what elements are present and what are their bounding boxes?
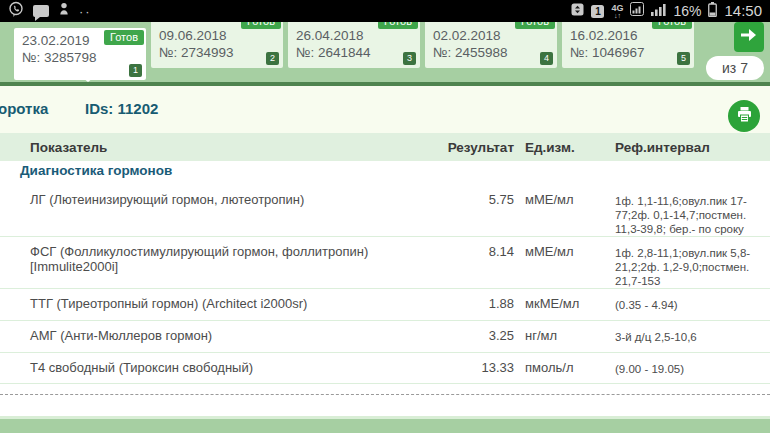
indicator-cell: ТТГ (Тиреотропный гормон) (Architect i20… — [0, 289, 442, 311]
units-cell: мкМЕ/мл — [520, 289, 615, 311]
status-badge: Готов — [652, 22, 692, 29]
card-order-number: №: 1046967 — [570, 45, 686, 60]
column-header-result: Результат — [442, 140, 520, 155]
card-order-number: №: 3285798 — [22, 50, 138, 65]
card-index-badge: 2 — [266, 52, 279, 65]
status-badge: Готов — [378, 22, 418, 29]
card-date: 02.02.2018 — [433, 28, 549, 43]
indicator-cell: АМГ (Анти-Мюллеров гормон) — [0, 321, 442, 343]
table-header: Показатель Результат Ед.изм. Реф.интерва… — [0, 133, 770, 161]
table-row: АМГ (Анти-Мюллеров гормон) 3.25 нг/мл 3-… — [0, 321, 770, 353]
result-cell: 13.33 — [442, 353, 520, 375]
battery-percent-label: 16% — [673, 0, 701, 22]
result-card-4[interactable]: 02.02.2018 №: 2455988 Готов 4 — [425, 22, 557, 68]
battery-icon — [708, 2, 717, 21]
status-bar: ·· 1 4G ↓↑ 16% 14:50 — [0, 0, 770, 22]
units-cell: пмоль/л — [520, 353, 615, 375]
viber-icon — [8, 1, 24, 22]
result-cell: 3.25 — [442, 321, 520, 343]
network-type-icon: 4G ↓↑ — [611, 4, 623, 19]
indicator-cell: ФСГ (Фолликулостимулирующий гормон, фолл… — [0, 237, 442, 274]
card-date: 09.06.2018 — [159, 28, 275, 43]
page-indicator: из 7 — [706, 56, 764, 80]
units-cell: нг/мл — [520, 321, 615, 343]
section-title: Диагностика гормонов — [20, 163, 172, 178]
result-card-2[interactable]: 09.06.2018 №: 2734993 Готов 2 — [151, 22, 283, 68]
sim-card-icon: 1 — [591, 5, 604, 18]
card-index-badge: 4 — [540, 52, 553, 65]
clock-label: 14:50 — [724, 0, 762, 22]
units-cell: мМЕ/мл — [520, 185, 615, 207]
card-date: 16.02.2016 — [570, 28, 686, 43]
column-header-ref-interval: Реф.интервал — [615, 140, 770, 155]
result-cell: 5.75 — [442, 185, 520, 207]
table-row: ТТГ (Тиреотропный гормон) (Architect i20… — [0, 289, 770, 321]
app-screen: ·· 1 4G ↓↑ 16% 14:50 23 — [0, 0, 770, 433]
chat-icon — [33, 5, 49, 17]
result-cell: 1.88 — [442, 289, 520, 311]
card-order-number: №: 2734993 — [159, 45, 275, 60]
arrow-right-icon — [740, 28, 758, 46]
sample-type-label: оротка — [0, 100, 48, 117]
result-card-3[interactable]: 26.04.2018 №: 2641844 Готов 3 — [288, 22, 420, 68]
next-page-button[interactable] — [734, 22, 764, 52]
selected-card-pointer — [73, 70, 103, 82]
more-notifications-dots: ·· — [79, 4, 92, 19]
ref-interval-cell: 1ф. 2,8-11,1;овул.пик 5,8-21,2;2ф. 1,2-9… — [615, 237, 770, 288]
ref-interval-cell: 1ф. 1,1-11,6;овул.пик 17-77;2ф. 0,1-14,7… — [615, 185, 770, 236]
bottom-green-strip — [0, 419, 770, 433]
status-badge: Готов — [515, 22, 555, 29]
sample-header-row: оротка IDs: 11202 — [0, 86, 770, 133]
indicator-cell: Т4 свободный (Тироксин свободный) — [0, 353, 442, 375]
column-header-indicator: Показатель — [0, 140, 442, 155]
ref-interval-cell: 3-й д/ц 2,5-10,6 — [615, 321, 770, 344]
card-index-badge: 1 — [129, 64, 142, 77]
ref-interval-cell: (9.00 - 19.05) — [615, 353, 770, 376]
status-badge: Готов — [241, 22, 281, 29]
card-index-badge: 5 — [677, 52, 690, 65]
result-cell: 8.14 — [442, 237, 520, 259]
ref-interval-cell: (0.35 - 4.94) — [615, 289, 770, 312]
dashed-separator — [0, 394, 770, 395]
card-order-number: №: 2455988 — [433, 45, 549, 60]
results-table: ЛГ (Лютеинизирующий гормон, лютеотропин)… — [0, 185, 770, 384]
printer-icon — [736, 106, 753, 127]
table-row: Т4 свободный (Тироксин свободный) 13.33 … — [0, 353, 770, 384]
signal-boxed-icon — [630, 2, 644, 20]
table-row: ФСГ (Фолликулостимулирующий гормон, фолл… — [0, 237, 770, 289]
signal-bars-icon — [651, 2, 666, 20]
card-index-badge: 3 — [403, 52, 416, 65]
column-header-units: Ед.изм. — [520, 140, 615, 155]
print-button[interactable] — [728, 100, 760, 132]
card-date: 26.04.2018 — [296, 28, 412, 43]
table-row: ЛГ (Лютеинизирующий гормон, лютеотропин)… — [0, 185, 770, 237]
units-cell: мМЕ/мл — [520, 237, 615, 259]
status-badge: Готов — [104, 30, 144, 45]
sample-ids-label: IDs: 11202 — [85, 100, 158, 117]
card-order-number: №: 2641844 — [296, 45, 412, 60]
result-card-5[interactable]: 16.02.2016 №: 1046967 Готов 5 — [562, 22, 694, 68]
odnoklassniki-icon — [58, 2, 70, 21]
indicator-cell: ЛГ (Лютеинизирующий гормон, лютеотропин) — [0, 185, 442, 207]
results-carousel: 23.02.2019 №: 3285798 Готов 1 09.06.2018… — [0, 22, 770, 86]
data-saver-icon — [571, 2, 584, 20]
